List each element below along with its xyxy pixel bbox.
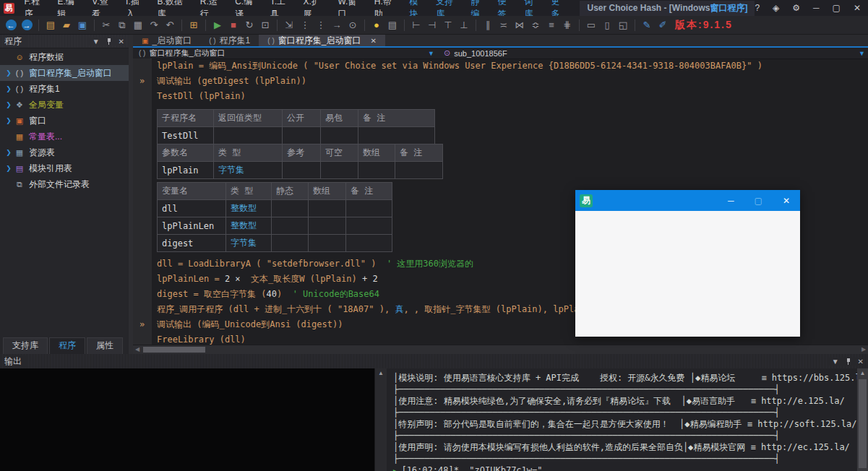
align-bottom-icon[interactable]: ⊥ [456,18,472,33]
table-cell[interactable]: lpPlain [158,162,214,179]
vscroll-thumb[interactable] [859,379,867,468]
table-cell[interactable] [346,235,392,252]
add-folder-icon[interactable]: ⊞ [186,18,202,33]
table-cell[interactable]: dll [158,200,226,217]
forward-icon[interactable]: → [19,18,35,33]
table-header-cell[interactable]: 参数名 [158,144,214,162]
table-header-cell[interactable]: 数组 [309,183,346,200]
output-close-icon[interactable]: ✕ [858,358,864,366]
table-cell[interactable] [346,200,392,217]
compile-icon[interactable]: ⊡ [257,18,273,33]
same-width-icon[interactable]: ≡ [543,18,559,33]
same-size-icon[interactable]: ▭ [583,18,599,33]
table-cell[interactable]: digest [158,235,226,252]
scroll-right-icon[interactable]: ▶ [859,345,868,354]
unlock-icon[interactable]: ⊙ [345,18,361,33]
close-icon[interactable]: ✕ [783,196,790,206]
run-icon[interactable]: ▶ [210,18,225,33]
debug-run-icon[interactable]: ⇲ [281,18,297,33]
table-header-cell[interactable]: 静态 [272,183,309,200]
tree-item-external-file-table[interactable]: ⧉外部文件记录表 [0,176,129,192]
table-cell[interactable] [309,217,346,235]
table-header-cell[interactable]: 类 型 [214,144,283,162]
help-icon[interactable]: ? [755,3,760,13]
table-header-cell[interactable]: 返回值类型 [214,110,283,127]
sidebar-tab-2[interactable]: 属性 [87,337,123,354]
table-cell[interactable] [346,217,392,235]
symbol-dropdown-icon[interactable]: ▼ [859,50,865,57]
fit-icon[interactable]: ▯ [599,18,615,33]
tree-item-resource-table[interactable]: ❯▦资源表 [0,144,129,160]
save-icon[interactable]: ▣ [74,18,90,33]
chevron-right-icon[interactable]: ❯ [4,101,14,108]
close-icon[interactable]: ✕ [854,3,861,13]
restart-icon[interactable]: ↻ [241,18,257,33]
table-cell[interactable] [309,200,346,217]
theme-icon[interactable]: ◈ [773,3,779,13]
table-cell[interactable] [272,235,309,252]
breadcrumb-scope[interactable]: 窗口程序集_启动窗口 [149,48,225,59]
panel-close-icon[interactable]: ✕ [119,38,124,46]
table-header-cell[interactable]: 备 注 [395,144,443,162]
open-folder-icon[interactable]: ▰ [59,18,74,33]
tools-icon[interactable]: ✐ [655,18,671,33]
tab-close-icon[interactable]: ✕ [370,37,376,45]
note-icon[interactable]: ▤ [384,18,400,33]
table-header-cell[interactable]: 备 注 [346,183,392,200]
breadcrumb-symbol[interactable]: sub_1001856F [454,49,507,58]
table-cell[interactable] [321,127,358,144]
tree-item-window-program-set[interactable]: ❯( )窗口程序集_启动窗口 [0,65,129,81]
table-cell[interactable] [358,162,395,179]
table-cell[interactable] [395,162,443,179]
panel-pin-icon[interactable] [106,38,112,45]
back-icon[interactable]: ← [3,18,19,33]
tree-item-global-vars[interactable]: ❯❖全局变量 [0,97,129,113]
align-top-icon[interactable]: ⊤ [440,18,456,33]
minimize-icon[interactable]: ─ [813,3,820,13]
table-header-cell[interactable]: 可空 [321,144,358,162]
chevron-right-icon[interactable]: ❯ [4,117,14,124]
output-pin-icon[interactable] [846,358,851,365]
center-v-icon[interactable]: ≎ [528,18,543,33]
bulb-icon[interactable]: ● [369,18,384,33]
table-header-cell[interactable]: 类 型 [226,183,272,200]
output-dropdown-icon[interactable]: ▼ [832,358,839,366]
table-cell[interactable] [358,127,435,144]
step-out-icon[interactable]: ⋮ [313,18,329,33]
chevron-right-icon[interactable]: ❯ [4,165,14,172]
editor-tab-0[interactable]: ▣_启动窗口 [133,35,200,46]
align-left-icon[interactable]: ⊢ [408,18,424,33]
table-cell[interactable] [272,200,309,217]
chevron-right-icon[interactable]: ❯ [4,149,14,156]
tree-item-program-data[interactable]: ☺程序数据 [0,49,129,65]
code-line[interactable]: TestDll (lpPlain) [133,89,868,104]
table-cell[interactable] [321,162,358,179]
editor-hscrollbar[interactable]: ◀ ▶ [133,345,868,354]
step-into-icon[interactable]: ⋮ [297,18,313,33]
settings-icon[interactable]: ⚙ [792,3,800,13]
undo-icon[interactable]: ↶ [162,18,178,33]
table-header-cell[interactable]: 参考 [283,144,321,162]
running-app-titlebar[interactable]: 易 ─▢✕ [575,190,800,211]
hscroll-thumb[interactable] [143,347,205,353]
scroll-left-icon[interactable]: ◀ [133,345,142,354]
scroll-up-icon[interactable]: ▲ [857,368,868,379]
step-over-icon[interactable]: → [329,18,345,33]
space-v-icon[interactable]: ≍ [496,18,512,33]
table-cell[interactable] [283,162,321,179]
table-cell[interactable]: 字节集 [226,235,272,252]
table-cell[interactable]: lpPlainLen [158,217,226,235]
chevron-right-icon[interactable]: ❯ [4,85,14,92]
new-file-icon[interactable]: ▤ [43,18,59,33]
center-h-icon[interactable]: ⋈ [512,18,528,33]
scope-dropdown-icon[interactable]: ▼ [428,50,434,57]
table-header-cell[interactable]: 数组 [358,144,395,162]
table-header-cell[interactable]: 易包 [321,110,358,127]
space-h-icon[interactable]: ∥ [480,18,496,33]
same-height-icon[interactable]: ⋕ [559,18,575,33]
output-vscrollbar[interactable]: ▲ [857,368,868,471]
maximize-icon[interactable]: ▢ [755,196,762,206]
scroll-up-icon[interactable]: ▲ [375,368,387,379]
format-brush-icon[interactable]: ✎ [639,18,655,33]
output-list-area[interactable] [0,368,374,471]
